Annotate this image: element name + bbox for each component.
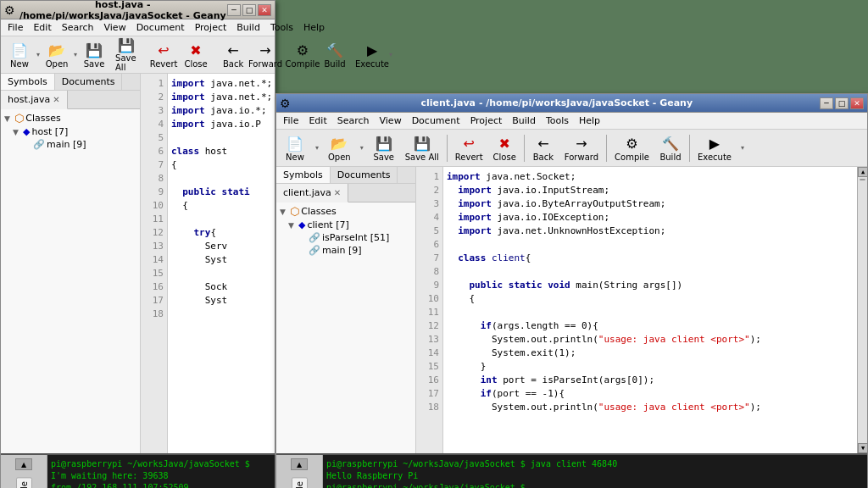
client-menu-search[interactable]: Search <box>332 114 375 128</box>
client-menu-tools[interactable]: Tools <box>541 114 574 128</box>
host-menubar: File Edit Search View Document Project B… <box>1 19 275 36</box>
host-file-tab-close[interactable]: ✕ <box>53 95 59 104</box>
host-revert-btn[interactable]: ↩ Revert <box>148 39 179 71</box>
client-file-tab-label: client.java <box>283 187 331 198</box>
client-tree: ▼ ⬡ Classes ▼ ◆ client [7] 🔗 isParseInt … <box>276 202 415 258</box>
client-tab-symbols[interactable]: Symbols <box>276 167 331 183</box>
host-menu-search[interactable]: Search <box>57 20 99 35</box>
client-save-btn[interactable]: 💾 Save <box>369 132 399 164</box>
client-scroll-thumb[interactable] <box>860 179 865 180</box>
host-tree-main[interactable]: 🔗 main [9] <box>3 138 138 151</box>
host-file-tab[interactable]: host.java ✕ <box>1 91 68 109</box>
client-code-content: import java.net.Socket; import java.io.I… <box>443 167 857 453</box>
host-open-dropdown[interactable]: ▾ <box>74 39 77 71</box>
host-maximize-btn[interactable]: □ <box>242 4 256 16</box>
client-file-tab-close[interactable]: ✕ <box>334 188 341 197</box>
host-arrow: ▼ <box>13 128 21 136</box>
host-minimize-btn[interactable]: ─ <box>227 4 241 16</box>
client-open-btn[interactable]: 📂 Open <box>324 132 355 164</box>
host-term-scroll-up[interactable]: ▲ <box>15 458 32 470</box>
client-save-icon: 💾 <box>375 135 393 152</box>
host-terminal-content[interactable]: pi@raspberrypi ~/worksJava/javaSocket $ … <box>47 455 275 488</box>
client-compile-btn[interactable]: ⚙ Compile <box>610 132 654 164</box>
client-new-btn[interactable]: 📄 New <box>280 132 310 164</box>
client-menu-file[interactable]: File <box>278 114 303 128</box>
compile-icon: ⚙ <box>293 42 312 59</box>
client-scroll-down[interactable]: ▼ <box>858 443 867 453</box>
host-code-scroll[interactable]: 12345 678910 1112131415 161718 import ja… <box>141 74 275 453</box>
client-line-numbers: 12345 678910 1112131415 161718 <box>416 167 443 453</box>
host-tab-documents[interactable]: Documents <box>55 74 123 90</box>
client-scroll-track[interactable] <box>858 177 867 443</box>
client-menu-help[interactable]: Help <box>574 114 605 128</box>
host-menu-view[interactable]: View <box>99 20 131 35</box>
client-file-tab[interactable]: client.java ✕ <box>276 184 348 202</box>
client-tree-classes[interactable]: ▼ ⬡ Classes <box>278 204 414 219</box>
host-new-dropdown[interactable]: ▾ <box>36 39 40 71</box>
host-new-btn[interactable]: 📄 New <box>4 39 35 71</box>
host-menu-build[interactable]: Build <box>231 20 265 35</box>
client-tree-client[interactable]: ▼ ◆ client [7] <box>278 219 414 231</box>
host-tab-symbols[interactable]: Symbols <box>1 74 55 90</box>
host-menu-edit[interactable]: Edit <box>28 20 56 35</box>
host-execute-btn[interactable]: ▶ Execute <box>357 39 387 71</box>
client-menu-project[interactable]: Project <box>465 114 508 128</box>
client-titlebar[interactable]: ⚙ client.java - /home/pi/worksJava/javaS… <box>276 94 867 113</box>
client-open-dropdown[interactable]: ▾ <box>357 132 367 164</box>
build-icon: 🔨 <box>326 42 344 59</box>
host-class-label: host [7] <box>31 126 68 137</box>
client-code-scroll[interactable]: 12345 678910 1112131415 161718 import ja… <box>416 167 867 453</box>
host-scribble-tab[interactable]: Scribble <box>16 477 32 488</box>
client-classes-icon: ⬡ <box>290 205 299 218</box>
client-revert-btn[interactable]: ↩ Revert <box>451 132 487 164</box>
client-new-dropdown[interactable]: ▾ <box>312 132 322 164</box>
host-build-btn[interactable]: 🔨 Build <box>320 39 350 71</box>
client-close-file-btn[interactable]: ✖ Close <box>489 132 520 164</box>
host-menu-document[interactable]: Document <box>131 20 190 35</box>
host-tree-classes[interactable]: ▼ ⬡ Classes <box>3 111 138 125</box>
client-execute-btn[interactable]: ▶ Execute <box>693 132 736 164</box>
client-tree-isParseInt[interactable]: 🔗 isParseInt [51] <box>278 231 414 244</box>
host-saveall-btn[interactable]: 💾 Save All <box>111 39 142 71</box>
host-menu-tools[interactable]: Tools <box>265 20 298 35</box>
host-tree-host[interactable]: ▼ ◆ host [7] <box>3 125 138 138</box>
client-build-btn[interactable]: 🔨 Build <box>655 132 686 164</box>
host-forward-btn[interactable]: → Forward <box>250 39 281 71</box>
client-forward-btn[interactable]: → Forward <box>560 132 603 164</box>
client-close-btn[interactable]: ✕ <box>850 97 864 109</box>
host-menu-project[interactable]: Project <box>190 20 232 35</box>
host-titlebar[interactable]: ⚙ host.java - /home/pi/worksJava/javaSoc… <box>1 1 275 19</box>
client-minimize-btn[interactable]: ─ <box>820 97 833 109</box>
host-term-line-0: pi@raspberrypi ~/worksJava/javaSocket $ <box>51 458 271 470</box>
client-maximize-btn[interactable]: □ <box>835 97 849 109</box>
host-compile-btn[interactable]: ⚙ Compile <box>287 39 318 71</box>
host-close-btn[interactable]: ✕ <box>258 4 271 16</box>
client-menu-edit[interactable]: Edit <box>303 114 331 128</box>
client-tree-main[interactable]: 🔗 main [9] <box>278 244 414 257</box>
host-menu-file[interactable]: File <box>3 20 28 35</box>
host-file-tabs: host.java ✕ <box>1 91 140 109</box>
client-back-btn[interactable]: ← Back <box>528 132 559 164</box>
host-open-btn[interactable]: 📂 Open <box>42 39 72 71</box>
client-tab-documents[interactable]: Documents <box>331 167 398 183</box>
client-menu-build[interactable]: Build <box>507 114 541 128</box>
host-close-file-btn[interactable]: ✖ Close <box>181 39 211 71</box>
client-code-scrollbar[interactable]: ▲ ▼ <box>857 167 867 453</box>
client-menu-document[interactable]: Document <box>407 114 465 128</box>
host-class-icon: ◆ <box>23 126 30 137</box>
host-sidebar: Symbols Documents host.java ✕ ▼ ⬡ Classe… <box>1 74 141 453</box>
host-back-btn[interactable]: ← Back <box>218 39 248 71</box>
host-save-btn[interactable]: 💾 Save <box>79 39 109 71</box>
client-scroll-up[interactable]: ▲ <box>858 167 867 177</box>
client-saveall-btn[interactable]: 💾 Save All <box>401 132 443 164</box>
host-titlebar-icon: ⚙ <box>4 3 15 17</box>
host-execute-dropdown[interactable]: ▾ <box>389 39 392 71</box>
host-menu-help[interactable]: Help <box>298 20 330 35</box>
client-terminal-content[interactable]: pi@raspberrypi ~/worksJava/javaSocket $ … <box>323 455 867 488</box>
client-execute-dropdown[interactable]: ▾ <box>737 132 748 164</box>
client-window: ⚙ client.java - /home/pi/worksJava/javaS… <box>275 93 868 488</box>
client-scribble-tab[interactable]: Scribble <box>292 477 308 488</box>
client-menu-view[interactable]: View <box>375 114 407 128</box>
client-term-scroll-up[interactable]: ▲ <box>291 458 308 470</box>
host-tree: ▼ ⬡ Classes ▼ ◆ host [7] 🔗 main [9] <box>1 109 140 152</box>
